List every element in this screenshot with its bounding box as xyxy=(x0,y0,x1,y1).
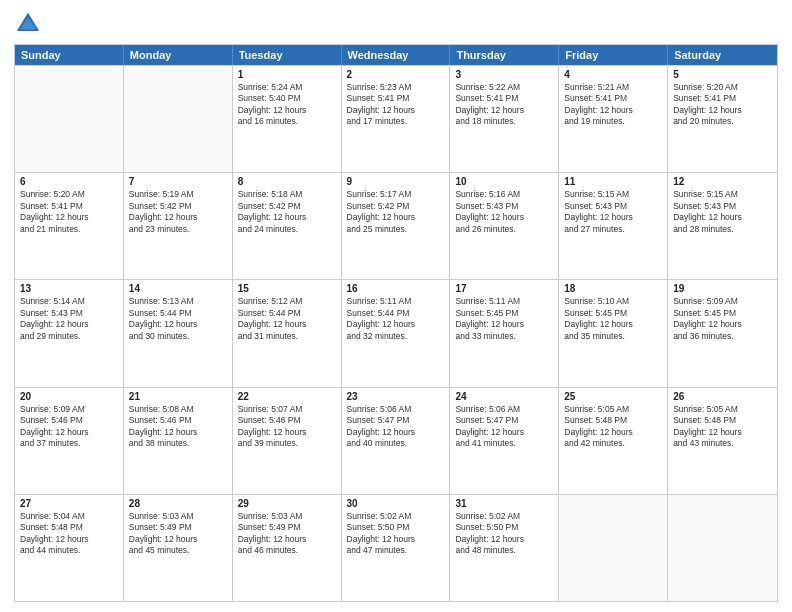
calendar-cell: 20Sunrise: 5:09 AMSunset: 5:46 PMDayligh… xyxy=(15,388,124,494)
cell-line: Daylight: 12 hours xyxy=(564,427,662,438)
cell-line: Sunrise: 5:11 AM xyxy=(347,296,445,307)
calendar-cell: 12Sunrise: 5:15 AMSunset: 5:43 PMDayligh… xyxy=(668,173,777,279)
cell-line: Sunset: 5:41 PM xyxy=(455,93,553,104)
cell-line: Daylight: 12 hours xyxy=(564,212,662,223)
header-cell-friday: Friday xyxy=(559,45,668,65)
cell-line: Sunrise: 5:05 AM xyxy=(673,404,772,415)
cell-line: Sunrise: 5:09 AM xyxy=(673,296,772,307)
day-number: 16 xyxy=(347,283,445,294)
calendar-cell: 22Sunrise: 5:07 AMSunset: 5:46 PMDayligh… xyxy=(233,388,342,494)
day-number: 24 xyxy=(455,391,553,402)
header-cell-tuesday: Tuesday xyxy=(233,45,342,65)
calendar-cell: 15Sunrise: 5:12 AMSunset: 5:44 PMDayligh… xyxy=(233,280,342,386)
cell-line: and 48 minutes. xyxy=(455,545,553,556)
cell-line: Sunrise: 5:24 AM xyxy=(238,82,336,93)
cell-line: and 29 minutes. xyxy=(20,331,118,342)
day-number: 4 xyxy=(564,69,662,80)
cell-line: Sunset: 5:45 PM xyxy=(564,308,662,319)
cell-line: and 23 minutes. xyxy=(129,224,227,235)
calendar-row-3: 20Sunrise: 5:09 AMSunset: 5:46 PMDayligh… xyxy=(15,387,777,494)
cell-line: and 41 minutes. xyxy=(455,438,553,449)
calendar-cell xyxy=(668,495,777,601)
cell-line: Sunset: 5:44 PM xyxy=(347,308,445,319)
cell-line: Daylight: 12 hours xyxy=(455,534,553,545)
calendar-cell: 24Sunrise: 5:06 AMSunset: 5:47 PMDayligh… xyxy=(450,388,559,494)
calendar-cell: 7Sunrise: 5:19 AMSunset: 5:42 PMDaylight… xyxy=(124,173,233,279)
calendar-cell: 6Sunrise: 5:20 AMSunset: 5:41 PMDaylight… xyxy=(15,173,124,279)
calendar-cell: 23Sunrise: 5:06 AMSunset: 5:47 PMDayligh… xyxy=(342,388,451,494)
cell-line: Daylight: 12 hours xyxy=(129,427,227,438)
cell-line: Daylight: 12 hours xyxy=(129,212,227,223)
day-number: 29 xyxy=(238,498,336,509)
day-number: 10 xyxy=(455,176,553,187)
cell-line: Sunrise: 5:11 AM xyxy=(455,296,553,307)
cell-line: and 36 minutes. xyxy=(673,331,772,342)
cell-line: Sunrise: 5:19 AM xyxy=(129,189,227,200)
cell-line: Sunrise: 5:23 AM xyxy=(347,82,445,93)
cell-line: Sunrise: 5:06 AM xyxy=(347,404,445,415)
cell-line: and 19 minutes. xyxy=(564,116,662,127)
cell-line: and 24 minutes. xyxy=(238,224,336,235)
calendar-cell: 8Sunrise: 5:18 AMSunset: 5:42 PMDaylight… xyxy=(233,173,342,279)
cell-line: and 17 minutes. xyxy=(347,116,445,127)
cell-line: Daylight: 12 hours xyxy=(347,319,445,330)
cell-line: Sunrise: 5:02 AM xyxy=(347,511,445,522)
logo xyxy=(14,10,46,38)
calendar-cell: 2Sunrise: 5:23 AMSunset: 5:41 PMDaylight… xyxy=(342,66,451,172)
cell-line: Sunset: 5:41 PM xyxy=(347,93,445,104)
cell-line: Sunrise: 5:05 AM xyxy=(564,404,662,415)
header-cell-saturday: Saturday xyxy=(668,45,777,65)
day-number: 2 xyxy=(347,69,445,80)
day-number: 27 xyxy=(20,498,118,509)
cell-line: Sunrise: 5:17 AM xyxy=(347,189,445,200)
calendar-row-2: 13Sunrise: 5:14 AMSunset: 5:43 PMDayligh… xyxy=(15,279,777,386)
cell-line: Daylight: 12 hours xyxy=(564,319,662,330)
cell-line: Daylight: 12 hours xyxy=(673,212,772,223)
cell-line: Sunrise: 5:03 AM xyxy=(238,511,336,522)
day-number: 22 xyxy=(238,391,336,402)
cell-line: Sunset: 5:46 PM xyxy=(20,415,118,426)
cell-line: Daylight: 12 hours xyxy=(238,212,336,223)
cell-line: Daylight: 12 hours xyxy=(238,427,336,438)
cell-line: Daylight: 12 hours xyxy=(347,534,445,545)
day-number: 12 xyxy=(673,176,772,187)
cell-line: and 25 minutes. xyxy=(347,224,445,235)
calendar-cell xyxy=(559,495,668,601)
calendar-cell: 16Sunrise: 5:11 AMSunset: 5:44 PMDayligh… xyxy=(342,280,451,386)
cell-line: Daylight: 12 hours xyxy=(129,319,227,330)
cell-line: Sunrise: 5:14 AM xyxy=(20,296,118,307)
calendar-header: SundayMondayTuesdayWednesdayThursdayFrid… xyxy=(15,45,777,65)
header-cell-thursday: Thursday xyxy=(450,45,559,65)
cell-line: Sunset: 5:41 PM xyxy=(20,201,118,212)
day-number: 14 xyxy=(129,283,227,294)
calendar-cell: 17Sunrise: 5:11 AMSunset: 5:45 PMDayligh… xyxy=(450,280,559,386)
day-number: 9 xyxy=(347,176,445,187)
calendar-cell xyxy=(15,66,124,172)
cell-line: and 31 minutes. xyxy=(238,331,336,342)
calendar-cell: 5Sunrise: 5:20 AMSunset: 5:41 PMDaylight… xyxy=(668,66,777,172)
cell-line: Sunrise: 5:08 AM xyxy=(129,404,227,415)
cell-line: Daylight: 12 hours xyxy=(347,212,445,223)
cell-line: Sunset: 5:47 PM xyxy=(455,415,553,426)
cell-line: and 30 minutes. xyxy=(129,331,227,342)
calendar-cell: 14Sunrise: 5:13 AMSunset: 5:44 PMDayligh… xyxy=(124,280,233,386)
cell-line: Sunset: 5:43 PM xyxy=(564,201,662,212)
calendar-cell: 25Sunrise: 5:05 AMSunset: 5:48 PMDayligh… xyxy=(559,388,668,494)
calendar-cell: 27Sunrise: 5:04 AMSunset: 5:48 PMDayligh… xyxy=(15,495,124,601)
cell-line: and 40 minutes. xyxy=(347,438,445,449)
cell-line: Sunrise: 5:20 AM xyxy=(20,189,118,200)
cell-line: and 33 minutes. xyxy=(455,331,553,342)
calendar-cell: 18Sunrise: 5:10 AMSunset: 5:45 PMDayligh… xyxy=(559,280,668,386)
day-number: 1 xyxy=(238,69,336,80)
cell-line: Sunrise: 5:07 AM xyxy=(238,404,336,415)
day-number: 8 xyxy=(238,176,336,187)
cell-line: Sunrise: 5:20 AM xyxy=(673,82,772,93)
header-cell-wednesday: Wednesday xyxy=(342,45,451,65)
cell-line: Daylight: 12 hours xyxy=(564,105,662,116)
cell-line: Sunset: 5:43 PM xyxy=(673,201,772,212)
cell-line: Sunrise: 5:15 AM xyxy=(564,189,662,200)
cell-line: Sunset: 5:49 PM xyxy=(129,522,227,533)
cell-line: Sunset: 5:47 PM xyxy=(347,415,445,426)
calendar-cell: 11Sunrise: 5:15 AMSunset: 5:43 PMDayligh… xyxy=(559,173,668,279)
cell-line: Daylight: 12 hours xyxy=(455,319,553,330)
